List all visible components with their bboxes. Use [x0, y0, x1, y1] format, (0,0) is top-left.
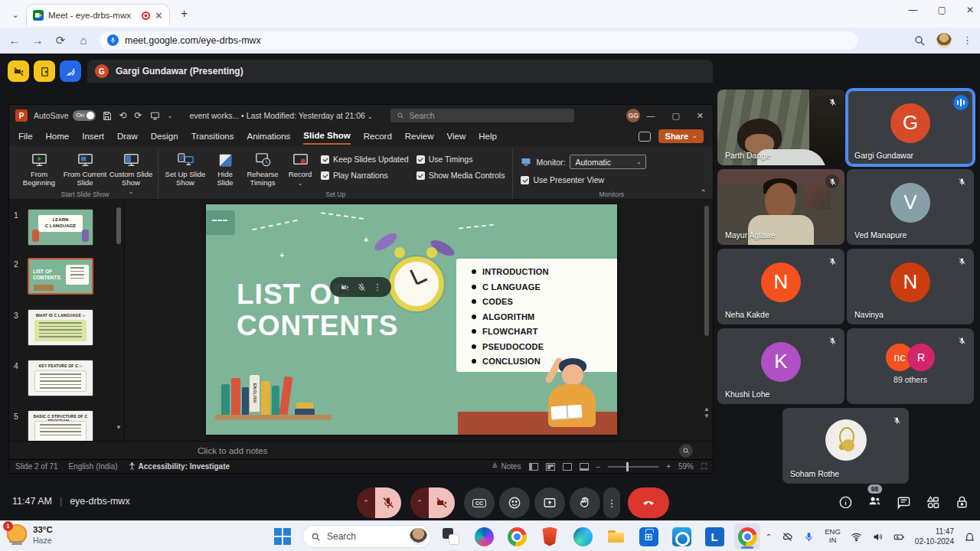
- rehearse-timings-button[interactable]: Rehearse Timings: [243, 149, 283, 189]
- menu-insert[interactable]: Insert: [82, 129, 104, 144]
- tab-search-chevron-icon[interactable]: ⌄: [8, 7, 23, 22]
- chrome-app-icon[interactable]: [504, 523, 530, 549]
- ppt-close-button[interactable]: ✕: [697, 111, 704, 121]
- zoom-in-icon[interactable]: +: [666, 462, 671, 471]
- language-status[interactable]: English (India): [69, 462, 118, 471]
- draw-tool-button[interactable]: [60, 60, 81, 82]
- slide-4-thumbnail[interactable]: KEY FEATURE OF C :-: [28, 360, 93, 396]
- back-icon[interactable]: ←: [8, 34, 21, 47]
- new-tab-button[interactable]: +: [181, 7, 188, 21]
- more-options-button[interactable]: ⋮: [603, 487, 620, 518]
- comments-icon[interactable]: [639, 132, 651, 142]
- tab-close-icon[interactable]: ✕: [155, 11, 163, 21]
- document-title[interactable]: event works... • Last Modified: Yesterda…: [189, 111, 372, 120]
- browser-tab[interactable]: Meet - eye-drbs-mwx ✕: [26, 4, 170, 26]
- overlay-more-icon[interactable]: ⋮: [374, 283, 382, 292]
- office-account-avatar[interactable]: GG: [626, 109, 640, 122]
- camera-options-caret[interactable]: ⌃: [410, 487, 429, 518]
- qat-more-icon[interactable]: ⌄: [168, 112, 173, 119]
- redo-icon[interactable]: ⟳: [135, 110, 142, 121]
- activities-icon[interactable]: [926, 495, 940, 510]
- address-bar[interactable]: meet.google.com/eye-drbs-mwx: [100, 31, 858, 50]
- check-use-timings[interactable]: Use Timings: [416, 155, 505, 164]
- reactions-button[interactable]: [499, 487, 530, 518]
- ppt-search-box[interactable]: Search: [390, 109, 574, 122]
- browser-maximize-button[interactable]: ▢: [938, 5, 946, 15]
- participant-tile-parth[interactable]: Parth Dange: [717, 90, 844, 165]
- task-view-button[interactable]: [438, 523, 464, 549]
- mic-options-caret[interactable]: ⌃: [357, 487, 375, 518]
- leave-call-button[interactable]: [628, 487, 669, 518]
- browser-profile-avatar[interactable]: [936, 33, 952, 48]
- tray-expand-icon[interactable]: ⌃: [766, 533, 772, 541]
- tray-mic-icon[interactable]: [803, 531, 815, 543]
- zoom-level[interactable]: 59%: [678, 462, 694, 471]
- chat-panel-icon[interactable]: [897, 495, 911, 510]
- zoom-out-icon[interactable]: –: [596, 462, 601, 471]
- linkedin-app-icon[interactable]: L: [701, 523, 727, 549]
- hide-slide-button[interactable]: Hide Slide: [209, 149, 241, 189]
- forward-icon[interactable]: →: [31, 34, 44, 47]
- menu-transitions[interactable]: Transitions: [191, 129, 234, 144]
- zoom-slider[interactable]: [608, 466, 658, 468]
- start-button[interactable]: [270, 523, 296, 549]
- ppt-minimize-button[interactable]: —: [646, 111, 655, 121]
- thumbnail-row-2[interactable]: 2 LIST OF CONTENTS: [14, 258, 93, 295]
- captions-button[interactable]: CC: [464, 487, 495, 518]
- participant-tile-others[interactable]: nc R 89 others: [847, 328, 974, 404]
- notes-toggle-button[interactable]: ≜ Notes: [492, 462, 521, 471]
- file-explorer-icon[interactable]: [603, 523, 629, 549]
- thumbnail-scrollbar[interactable]: ▼: [116, 203, 121, 432]
- camera-toggle-button[interactable]: [429, 487, 455, 518]
- editor-scrollbar[interactable]: ▲▼: [704, 203, 710, 438]
- microsoft-store-icon[interactable]: [635, 523, 662, 549]
- monitor-select[interactable]: Automatic⌄: [570, 155, 646, 169]
- menu-review[interactable]: Review: [405, 129, 434, 144]
- taskbar-weather-widget[interactable]: 1 33°C Haze: [6, 524, 53, 546]
- from-beginning-button[interactable]: From Beginning: [17, 149, 61, 189]
- start-slideshow-icon[interactable]: [150, 111, 160, 121]
- participant-tile-khushi[interactable]: K Khushi Lohe: [717, 328, 844, 404]
- accessibility-status[interactable]: Accessibility: Investigate: [129, 462, 230, 471]
- collapse-ribbon-icon[interactable]: ⌃: [701, 188, 707, 197]
- copilot-app-icon[interactable]: [471, 523, 497, 549]
- record-button[interactable]: Record ⌄: [284, 149, 316, 189]
- participant-tile-soham[interactable]: Soham Rothe: [782, 408, 909, 484]
- menu-design[interactable]: Design: [151, 129, 178, 144]
- home-icon[interactable]: ⌂: [77, 34, 90, 47]
- check-play-narrations[interactable]: Play Narrations: [321, 171, 409, 180]
- search-icon[interactable]: [913, 34, 926, 47]
- reload-icon[interactable]: ⟳: [54, 34, 67, 47]
- autosave-toggle[interactable]: On: [73, 110, 96, 121]
- onedrive-paused-icon[interactable]: [782, 531, 793, 543]
- language-switcher[interactable]: ENGIN: [825, 528, 841, 545]
- participant-tile-ved[interactable]: V Ved Manapure: [847, 169, 974, 245]
- mic-toggle-button[interactable]: [375, 487, 401, 518]
- fit-to-window-icon[interactable]: ⛶: [701, 462, 707, 471]
- taskbar-search[interactable]: Search: [302, 525, 431, 548]
- exit-door-tool-button[interactable]: [34, 60, 55, 82]
- thumbnail-row-4[interactable]: 4 KEY FEATURE OF C :-: [14, 360, 93, 396]
- notes-zoom-icon[interactable]: [679, 444, 693, 458]
- save-icon[interactable]: [102, 111, 112, 121]
- autosave-control[interactable]: AutoSave On: [34, 110, 96, 121]
- share-button[interactable]: Share⌄: [658, 129, 704, 143]
- thumbnail-row-1[interactable]: 1 LEARNC LANGUAGE: [14, 209, 93, 246]
- brave-app-icon[interactable]: [537, 523, 563, 549]
- check-use-presenter-view[interactable]: Use Presenter View: [521, 175, 646, 184]
- menu-help[interactable]: Help: [479, 129, 497, 144]
- browser-menu-icon[interactable]: ⋮: [962, 34, 972, 46]
- participant-tile-navinya[interactable]: N Navinya: [847, 249, 974, 324]
- previous-next-slide-buttons[interactable]: ▲▼: [704, 406, 710, 419]
- notes-pane[interactable]: Click to add notes: [9, 441, 713, 459]
- ppt-restore-button[interactable]: ▢: [671, 111, 679, 121]
- host-controls-lock-icon[interactable]: [955, 495, 969, 510]
- menu-slide-show[interactable]: Slide Show: [303, 128, 350, 145]
- outlook-app-icon[interactable]: [668, 523, 694, 549]
- tray-clock[interactable]: 11:4702-10-2024: [915, 527, 954, 546]
- volume-icon[interactable]: [872, 531, 884, 543]
- browser-close-button[interactable]: ✕: [966, 5, 974, 15]
- reading-view-icon[interactable]: [563, 463, 572, 471]
- present-button[interactable]: [534, 487, 565, 518]
- check-keep-slides-updated[interactable]: Keep Slides Updated: [321, 155, 409, 164]
